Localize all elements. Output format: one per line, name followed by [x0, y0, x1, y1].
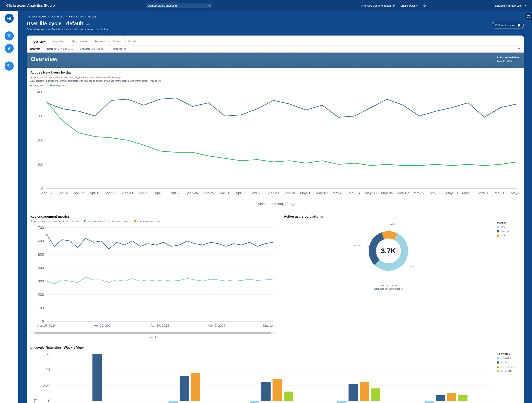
two-column-row: Key engagement metrics avg_engagement_ti…	[27, 212, 524, 343]
tab-retention[interactable]: Retention	[91, 38, 109, 45]
svg-rect-109	[458, 395, 468, 401]
legend-title: This Week …	[497, 353, 520, 355]
user-email: xiaoweii@amazon.com	[495, 4, 523, 7]
full-window-button[interactable]: Full window view	[492, 22, 524, 28]
donut-center-value: 3.7K	[381, 247, 396, 255]
svg-line-68	[404, 262, 406, 263]
svg-text:May-01: May-01	[300, 191, 312, 195]
language-menu[interactable]: English(US)	[400, 4, 418, 7]
sidebar-btn-data[interactable]	[5, 62, 14, 71]
info-link[interactable]: Info	[86, 23, 90, 26]
control-name: End date	[80, 48, 91, 50]
svg-text:May-10: May-10	[446, 191, 458, 195]
svg-text:Apr-21: Apr-21	[138, 191, 149, 195]
banner-title: Overview	[31, 56, 57, 63]
legend-label: avg_engagement_time_per_user_seconds	[87, 220, 130, 222]
controls-expand-button[interactable]	[518, 47, 520, 51]
control-start-date[interactable]: Start date 2024/04/15	[47, 48, 73, 50]
tab-acquisition[interactable]: Acquisition	[49, 38, 69, 45]
sidebar-btn-dashboards[interactable]	[5, 14, 14, 23]
tabs: OverviewAcquisitionEngagementRetentionDe…	[27, 38, 524, 45]
svg-text:May-08: May-08	[413, 191, 425, 195]
panel-engagement-metrics: Key engagement metrics avg_engagement_ti…	[27, 212, 280, 343]
doc-link[interactable]: Analytics Documentation	[361, 4, 395, 7]
legend-marker	[84, 220, 86, 222]
svg-text:Apr 29, 2024: Apr 29, 2024	[151, 323, 169, 327]
legend-marker	[497, 370, 499, 372]
svg-text:Apr-20: Apr-20	[122, 191, 133, 195]
help-button[interactable]	[525, 13, 532, 20]
notifications-button[interactable]	[423, 4, 426, 8]
page-head: Analytics Studio › Dashboard › User life…	[18, 11, 532, 36]
legend-label: Android	[501, 230, 509, 233]
svg-text:May-07: May-07	[397, 191, 409, 195]
svg-rect-90	[93, 354, 102, 401]
svg-rect-97	[261, 382, 271, 401]
panel-title: Key engagement metrics	[30, 215, 276, 219]
svg-text:300: 300	[38, 279, 44, 283]
legend-item: avg_session_per_user	[134, 220, 160, 222]
panel-lifecycle-retention: Lifecycle Retention - Weekly View -2K-1.…	[27, 343, 524, 403]
axis-label: event_date	[30, 335, 276, 339]
legend-label: new_users	[33, 84, 44, 87]
funnel-icon	[7, 34, 11, 38]
legend-item: avg_engagement_time_per_user_seconds	[84, 220, 130, 222]
svg-text:Apr-18: Apr-18	[90, 191, 100, 195]
legend-label: 0-CHURN	[501, 357, 511, 359]
legend-label: avg_engagement_time_per_session_seconds	[33, 220, 80, 222]
svg-text:May-05: May-05	[365, 191, 377, 195]
svg-text:Apr-17: Apr-17	[74, 191, 84, 195]
tab-details[interactable]: Details	[125, 38, 140, 45]
control-end-date[interactable]: End date 2024/05/14	[80, 48, 105, 50]
svg-text:100: 100	[38, 163, 43, 166]
svg-rect-103	[360, 382, 369, 401]
breadcrumb-item-1[interactable]: Dashboard	[51, 15, 64, 18]
svg-text:400: 400	[38, 266, 44, 270]
svg-rect-94	[191, 373, 200, 401]
legend-label: 1-NEW	[501, 361, 508, 364]
tab-engagement[interactable]: Engagement	[69, 38, 91, 45]
sidebar-btn-analyze[interactable]	[5, 44, 14, 53]
breadcrumb-item-0[interactable]: Analytics Studio	[27, 15, 46, 18]
tab-overview[interactable]: Overview	[30, 38, 49, 45]
svg-text:May-04: May-04	[349, 191, 361, 195]
svg-text:Apr-29: Apr-29	[268, 191, 279, 195]
control-platform[interactable]: Platform All	[112, 48, 126, 50]
sidebar-btn-explore[interactable]	[5, 31, 14, 40]
legend-item: active_users	[50, 84, 66, 87]
legend-marker	[497, 234, 499, 237]
svg-rect-4	[9, 19, 11, 20]
legend-item: 0-CHURN	[497, 357, 520, 359]
control-value: 2024/05/14	[92, 48, 105, 50]
legend-label: Web	[501, 234, 505, 237]
svg-text:May-06: May-06	[381, 191, 393, 195]
svg-text:May-09: May-09	[430, 191, 442, 195]
svg-rect-3	[8, 19, 9, 20]
svg-text:sum (Sum): sum (Sum)	[33, 399, 37, 403]
panel-active-users-platform: Active users by platform WebiOSAndroid 3…	[280, 212, 524, 343]
panel-title: Active users by platform	[284, 215, 520, 219]
tab-device[interactable]: Device	[109, 38, 125, 45]
legend-label: 3-RETURN	[501, 370, 513, 372]
project-selector[interactable]: DemoProject / shopping	[146, 3, 212, 8]
svg-rect-96	[250, 401, 259, 403]
svg-text:Apr-25: Apr-25	[203, 191, 214, 195]
svg-rect-93	[180, 376, 189, 401]
svg-text:Android: Android	[354, 244, 362, 246]
svg-rect-98	[272, 379, 282, 401]
chevron-right-icon: ›	[48, 15, 49, 18]
svg-point-6	[527, 15, 530, 18]
svg-rect-2	[9, 17, 11, 18]
svg-text:Apr-30: Apr-30	[284, 191, 295, 195]
svg-line-70	[367, 246, 369, 246]
svg-text:May 6, 2024: May 6, 2024	[207, 323, 225, 327]
legend-item: Android	[497, 230, 520, 233]
platform-legend: Platform iOSAndroidWeb	[497, 220, 520, 239]
scrollbar[interactable]	[30, 332, 276, 334]
svg-text:0: 0	[41, 187, 43, 191]
donut-caption: Group By: platform Size: user_id (Count …	[284, 284, 493, 291]
svg-text:100: 100	[38, 306, 44, 310]
legend-label: 2-RETAINE…	[501, 365, 515, 368]
control-name: Start date	[47, 48, 59, 50]
svg-text:Apr-28: Apr-28	[252, 191, 262, 195]
